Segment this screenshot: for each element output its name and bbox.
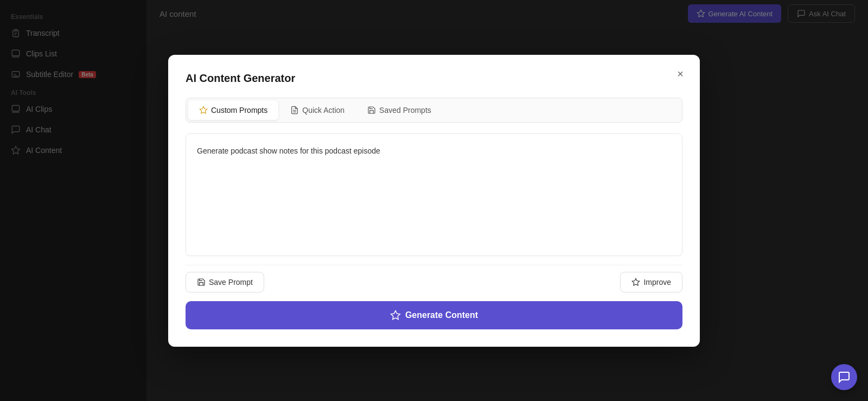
prompt-textarea[interactable] <box>186 134 682 253</box>
improve-button[interactable]: Improve <box>620 272 682 292</box>
tab-quick-action[interactable]: Quick Action <box>279 100 355 120</box>
custom-prompts-icon <box>199 106 208 114</box>
svg-marker-12 <box>200 106 207 113</box>
save-prompt-label: Save Prompt <box>209 278 253 287</box>
modal-title: AI Content Generator <box>186 72 682 85</box>
improve-icon <box>631 278 640 287</box>
save-icon <box>197 278 206 287</box>
prompt-area <box>186 133 682 256</box>
saved-prompts-icon <box>367 106 376 114</box>
tab-custom-prompts-label: Custom Prompts <box>211 106 267 114</box>
svg-marker-15 <box>633 278 640 285</box>
tab-quick-action-label: Quick Action <box>302 106 344 114</box>
modal-close-button[interactable]: × <box>672 66 689 83</box>
improve-label: Improve <box>643 278 671 287</box>
close-icon: × <box>677 68 684 80</box>
generate-label: Generate Content <box>405 310 478 320</box>
modal-overlay: × AI Content Generator Custom Prompts Qu… <box>0 0 868 401</box>
chat-bubble-button[interactable] <box>831 364 857 390</box>
action-row: Save Prompt Improve <box>186 265 682 299</box>
modal: × AI Content Generator Custom Prompts Qu… <box>168 55 700 347</box>
quick-action-icon <box>290 106 299 114</box>
generate-content-button[interactable]: Generate Content <box>186 301 682 329</box>
tabs-container: Custom Prompts Quick Action Saved Prompt… <box>186 98 682 123</box>
tab-custom-prompts[interactable]: Custom Prompts <box>188 100 278 120</box>
generate-sparkle-icon <box>390 310 401 321</box>
save-prompt-button[interactable]: Save Prompt <box>186 272 264 292</box>
svg-marker-16 <box>391 310 400 319</box>
chat-bubble-icon <box>838 371 851 384</box>
tab-saved-prompts[interactable]: Saved Prompts <box>356 100 442 120</box>
tab-saved-prompts-label: Saved Prompts <box>379 106 431 114</box>
